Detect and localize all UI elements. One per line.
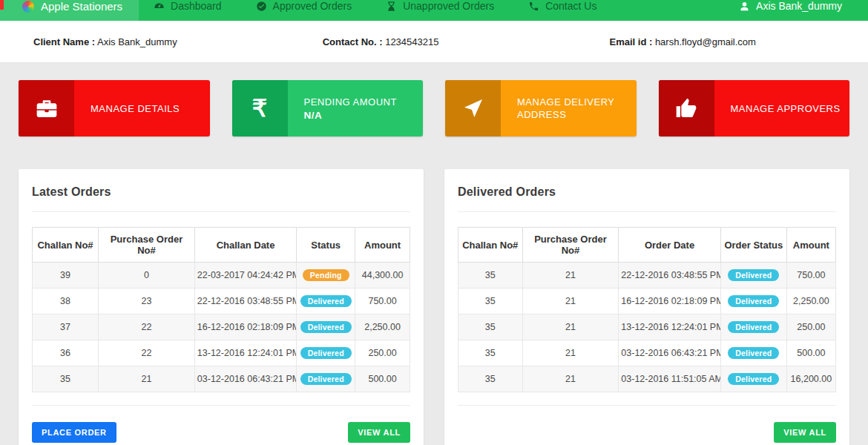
card-icon-box: ₹: [232, 80, 288, 136]
table-cell: 16,200.00: [786, 366, 835, 392]
status-cell: Delivered: [720, 366, 786, 392]
nav-item-label: Contact Us: [545, 0, 596, 13]
nav-item-unapproved-orders[interactable]: Unapproved Orders: [386, 0, 494, 13]
nav-item-contact-us[interactable]: Contact Us: [528, 0, 596, 13]
place-order-button[interactable]: PLACE ORDER: [32, 422, 116, 443]
table-row: 372216-12-2016 02:18:09 PMDelivered2,250…: [33, 314, 410, 340]
nav-item-approved-orders[interactable]: Approved Orders: [256, 0, 352, 13]
table-cell: 0: [99, 263, 195, 289]
table-cell: 2,250.00: [355, 314, 410, 340]
table-cell: 35: [458, 340, 523, 366]
view-all-latest-button[interactable]: VIEW ALL: [348, 422, 410, 443]
table-cell: 500.00: [786, 340, 835, 366]
table-cell: 22: [99, 340, 195, 366]
table-row: 352103-12-2016 06:43:21 PMDelivered500.0…: [33, 366, 410, 392]
table-row: 352113-12-2016 12:24:01 PMDelivered250.0…: [458, 314, 836, 340]
table-cell: 37: [33, 314, 99, 340]
location-arrow-icon: [461, 96, 485, 120]
status-cell: Delivered: [297, 289, 355, 314]
column-header: Purchase Order No#: [522, 228, 619, 263]
panel-title: Latest Orders: [32, 185, 410, 199]
table-cell: 35: [33, 366, 99, 392]
table-cell: 21: [522, 289, 619, 314]
table-cell: 500.00: [355, 366, 410, 392]
email-id-value: harsh.floyd@gmail.com: [655, 36, 756, 47]
column-header: Order Date: [619, 228, 720, 263]
table-cell: 250.00: [786, 314, 835, 340]
table-cell: 22-12-2016 03:48:55 PM: [194, 289, 296, 314]
order-panels: Latest Orders Challan No# Purchase Order…: [19, 169, 849, 445]
table-header-row: Challan No# Purchase Order No# Order Dat…: [458, 228, 836, 263]
table-row: 382322-12-2016 03:48:55 PMDelivered750.0…: [33, 289, 410, 314]
table-cell: 22: [99, 314, 195, 340]
nav-item-dashboard[interactable]: Dashboard: [154, 0, 222, 13]
status-badge: Delivered: [728, 321, 779, 333]
user-name: Axis Bank_dummy: [756, 0, 842, 13]
brand-home-link[interactable]: Apple Stationers: [0, 0, 139, 21]
status-cell: Delivered: [720, 289, 786, 314]
nav-item-label: Approved Orders: [273, 0, 352, 13]
column-header: Challan No#: [458, 228, 523, 263]
user-menu[interactable]: Axis Bank_dummy: [739, 0, 842, 13]
nav-menu: Dashboard Approved Orders Unapproved Ord…: [154, 0, 631, 13]
column-header: Purchase Order No#: [99, 228, 195, 263]
contact-number: Contact No. : 1234543215: [323, 36, 439, 47]
table-cell: 22-12-2016 03:48:55 PM: [619, 263, 720, 289]
column-header: Challan Date: [194, 228, 296, 263]
status-badge: Delivered: [300, 321, 352, 333]
column-header: Amount: [355, 228, 410, 263]
status-cell: Pending: [297, 263, 355, 289]
divider: [458, 405, 836, 406]
table-cell: 13-12-2016 12:24:01 PM: [619, 314, 720, 340]
status-cell: Delivered: [297, 366, 355, 392]
table-cell: 250.00: [355, 340, 410, 366]
nav-item-label: Dashboard: [171, 0, 222, 13]
status-cell: Delivered: [720, 263, 786, 289]
latest-orders-panel: Latest Orders Challan No# Purchase Order…: [19, 169, 424, 445]
table-cell: 21: [522, 366, 619, 392]
status-badge: Delivered: [728, 347, 779, 359]
client-info-bar: Client Name : Axis Bank_dummy Contact No…: [0, 21, 868, 63]
contact-number-value: 1234543215: [385, 36, 438, 47]
divider: [32, 211, 410, 212]
card-title: MANAGE APPROVERS: [731, 102, 843, 115]
dashboard-icon: [154, 1, 165, 12]
table-cell: 36: [33, 340, 99, 366]
column-header: Order Status: [720, 228, 786, 263]
nav-item-label: Unapproved Orders: [403, 0, 494, 13]
brand-title: Apple Stationers: [41, 0, 122, 13]
table-cell: 35: [458, 314, 523, 340]
delivered-orders-table: Challan No# Purchase Order No# Order Dat…: [458, 227, 836, 392]
table-cell: 21: [522, 263, 619, 289]
user-icon: [739, 1, 750, 12]
table-cell: 750.00: [355, 289, 410, 314]
card-icon-box: [659, 80, 714, 136]
table-cell: 44,300.00: [355, 263, 410, 289]
status-badge: Delivered: [728, 269, 779, 281]
table-cell: 750.00: [786, 263, 835, 289]
card-title: MANAGE DETAILS: [91, 102, 203, 115]
manage-delivery-address-card[interactable]: MANAGE DELIVERY ADDRESS: [445, 80, 637, 136]
manage-details-card[interactable]: MANAGE DETAILS: [19, 80, 210, 136]
latest-orders-table: Challan No# Purchase Order No# Challan D…: [32, 227, 410, 392]
hourglass-icon: [386, 1, 397, 12]
briefcase-icon: [35, 96, 59, 120]
column-header: Challan No#: [33, 228, 99, 263]
status-badge: Delivered: [300, 347, 352, 359]
manage-approvers-card[interactable]: MANAGE APPROVERS: [659, 80, 850, 136]
card-icon-box: [445, 80, 501, 136]
table-cell: 21: [522, 314, 619, 340]
table-cell: 21: [522, 340, 619, 366]
card-title: PENDING AMOUNT: [304, 96, 416, 108]
check-circle-icon: [256, 1, 267, 12]
top-navbar: Apple Stationers Dashboard Approved Orde…: [0, 0, 868, 21]
pending-amount-card[interactable]: ₹ PENDING AMOUNT N/A: [232, 80, 424, 136]
status-cell: Delivered: [720, 340, 786, 366]
view-all-delivered-button[interactable]: VIEW ALL: [774, 422, 836, 443]
divider: [458, 211, 836, 212]
delivered-orders-panel: Delivered Orders Challan No# Purchase Or…: [444, 169, 849, 445]
client-name: Client Name : Axis Bank_dummy: [33, 36, 177, 47]
email-id: Email id : harsh.floyd@gmail.com: [609, 36, 755, 47]
status-cell: Delivered: [720, 314, 786, 340]
table-cell: 03-12-2016 06:43:21 PM: [619, 340, 720, 366]
